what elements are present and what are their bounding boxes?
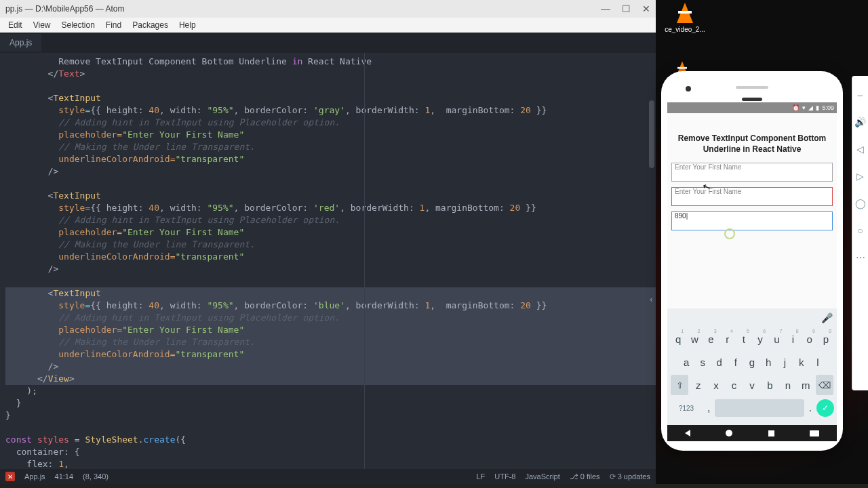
key-t[interactable]: t5	[736, 329, 751, 349]
maximize-button[interactable]: ☐	[622, 5, 630, 13]
key-e[interactable]: e3	[703, 329, 718, 349]
key-a[interactable]: a	[679, 352, 694, 372]
nav-back-icon[interactable]	[685, 430, 690, 436]
app-heading: Remove TextInput Component Bottom Underl…	[671, 134, 833, 155]
key-m[interactable]: m	[797, 375, 814, 395]
key-r[interactable]: r4	[720, 329, 735, 349]
close-pane-button[interactable]: ✕	[5, 472, 15, 481]
key-h[interactable]: h	[761, 352, 776, 372]
status-language[interactable]: JavaScript	[525, 472, 559, 481]
symbols-key[interactable]: ?123	[671, 398, 702, 418]
key-b[interactable]: b	[762, 375, 778, 395]
key-z[interactable]: z	[690, 375, 706, 395]
windows-taskbar[interactable]	[0, 484, 868, 488]
sidebar-rotate-left-icon[interactable]: ◁	[856, 144, 864, 155]
key-j[interactable]: j	[777, 352, 792, 372]
close-button[interactable]: ✕	[642, 5, 650, 13]
text-input-gray[interactable]: Enter Your First Name	[671, 163, 833, 182]
status-encoding[interactable]: UTF-8	[494, 472, 515, 481]
key-y[interactable]: y6	[753, 329, 768, 349]
comma-key[interactable]: ,	[703, 402, 715, 414]
key-c[interactable]: c	[726, 375, 742, 395]
menu-selection[interactable]: Selection	[56, 19, 100, 31]
enter-key[interactable]: ✓	[816, 399, 834, 417]
tab-app-js[interactable]: App.js	[0, 34, 41, 52]
menu-view[interactable]: View	[28, 19, 56, 31]
status-cursor-pos[interactable]: 41:14	[55, 472, 74, 481]
vlc-desktop-shortcut[interactable]: ce_video_2...	[674, 3, 696, 33]
key-u[interactable]: u7	[769, 329, 784, 349]
status-filename[interactable]: App.js	[24, 472, 45, 481]
code-editor[interactable]: ‹ Remove TextInput Component Bottom Unde…	[0, 53, 656, 469]
android-emulator: ⏰ ▾ ◢ ▮ 5:09 Remove TextInput Component …	[661, 71, 843, 451]
phone-speaker	[736, 86, 768, 89]
wrap-guide	[364, 53, 365, 469]
nav-recent-icon[interactable]	[768, 430, 774, 436]
keyboard-suggestion-bar: 🎤	[667, 308, 837, 327]
signal-icon: ◢	[808, 104, 813, 111]
key-i[interactable]: i8	[785, 329, 800, 349]
key-d[interactable]: d	[711, 352, 726, 372]
status-selection: (8, 340)	[83, 472, 108, 481]
window-titlebar: pp.js — D:\MobileApp56 — Atom — ☐ ✕	[0, 0, 656, 18]
vlc-shortcut-label: ce_video_2...	[665, 26, 705, 33]
nav-keyboard-icon[interactable]	[810, 430, 819, 436]
key-l[interactable]: l	[810, 352, 825, 372]
key-o[interactable]: o9	[802, 329, 817, 349]
key-g[interactable]: g	[745, 352, 760, 372]
spacebar-key[interactable]	[715, 399, 804, 417]
mic-icon[interactable]: 🎤	[821, 312, 833, 323]
text-input-red[interactable]: Enter Your First Name	[671, 187, 833, 206]
sidebar-camera-icon[interactable]: ◯	[855, 198, 866, 209]
key-s[interactable]: s	[695, 352, 710, 372]
menu-find[interactable]: Find	[100, 19, 127, 31]
sidebar-rotate-right-icon[interactable]: ▷	[856, 171, 864, 182]
atom-editor-window: pp.js — D:\MobileApp56 — Atom — ☐ ✕ Edit…	[0, 0, 656, 483]
key-q[interactable]: q1	[671, 329, 686, 349]
emulator-sidebar: – 🔊 ◁ ▷ ◯ ○ ⋯	[852, 76, 868, 390]
phone-mic	[742, 98, 762, 101]
clock-text: 5:09	[822, 104, 834, 111]
text-input-blue[interactable]: 890|	[671, 211, 833, 230]
android-nav-bar	[667, 425, 837, 441]
menu-help[interactable]: Help	[174, 19, 201, 31]
key-n[interactable]: n	[780, 375, 796, 395]
shift-key[interactable]: ⇧	[671, 375, 688, 395]
soft-keyboard: q1w2e3r4t5y6u7i8o9p0 asdfghjkl ⇧ zxcvbnm…	[667, 327, 837, 425]
tab-bar: App.js	[0, 33, 656, 53]
key-k[interactable]: k	[794, 352, 809, 372]
period-key[interactable]: .	[804, 402, 816, 414]
collapse-caret-icon[interactable]: ‹	[649, 293, 654, 306]
menu-edit[interactable]: Edit	[3, 19, 28, 31]
android-status-bar: ⏰ ▾ ◢ ▮ 5:09	[667, 102, 837, 113]
status-bar: ✕ App.js 41:14 (8, 340) LF UTF-8 JavaScr…	[0, 469, 656, 484]
status-git-files[interactable]: ⎇ 0 files	[570, 472, 600, 481]
minimize-button[interactable]: —	[601, 5, 610, 13]
key-v[interactable]: v	[744, 375, 760, 395]
app-content: Remove TextInput Component Bottom Underl…	[667, 113, 837, 308]
vlc-cone-icon	[677, 3, 693, 23]
menubar: Edit View Selection Find Packages Help	[0, 18, 656, 33]
touch-indicator-icon	[724, 228, 735, 239]
battery-icon: ▮	[816, 104, 819, 111]
key-x[interactable]: x	[708, 375, 724, 395]
key-f[interactable]: f	[728, 352, 743, 372]
key-w[interactable]: w2	[687, 329, 702, 349]
status-updates[interactable]: ⟳ 3 updates	[610, 472, 650, 481]
backspace-key[interactable]: ⌫	[816, 375, 833, 395]
key-p[interactable]: p0	[818, 329, 833, 349]
phone-camera-icon	[686, 86, 691, 92]
sidebar-more-icon[interactable]: ⋯	[856, 252, 865, 263]
window-title: pp.js — D:\MobileApp56 — Atom	[5, 4, 601, 14]
sidebar-home-icon[interactable]: ○	[857, 225, 863, 236]
sidebar-dash-icon[interactable]: –	[858, 89, 863, 100]
phone-screen: ⏰ ▾ ◢ ▮ 5:09 Remove TextInput Component …	[667, 102, 837, 441]
sidebar-speaker-icon[interactable]: 🔊	[854, 117, 866, 127]
vertical-scrollbar[interactable]	[649, 100, 654, 168]
wifi-icon: ▾	[802, 104, 806, 111]
menu-packages[interactable]: Packages	[127, 19, 174, 31]
status-eol[interactable]: LF	[476, 472, 485, 481]
nav-home-icon[interactable]	[726, 430, 732, 436]
alarm-icon: ⏰	[792, 104, 800, 111]
